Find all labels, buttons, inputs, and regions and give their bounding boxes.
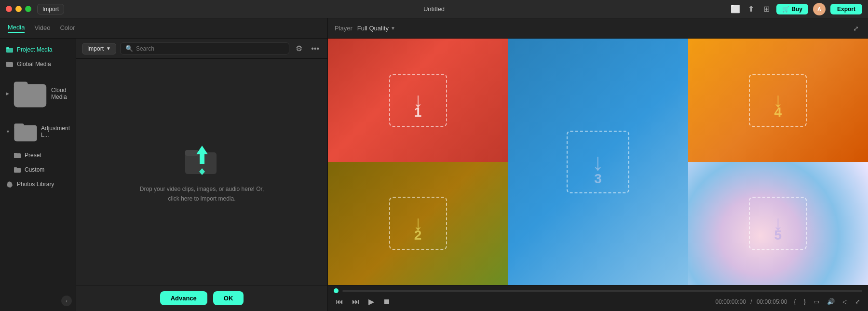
gear-icon: [6, 180, 14, 188]
svg-rect-9: [14, 153, 17, 154]
tab-video[interactable]: Video: [34, 24, 50, 32]
tab-media[interactable]: Media: [8, 24, 25, 33]
drop-target-5[interactable]: ↓ 5: [749, 197, 807, 250]
sidebar-item-preset[interactable]: Preset: [0, 148, 76, 162]
filter-button[interactable]: ⚙: [293, 43, 305, 54]
grid-cell-3: ↓ 4: [688, 39, 868, 162]
time-separator: /: [750, 298, 752, 305]
maximize-traffic-light[interactable]: [25, 6, 31, 12]
svg-rect-1: [6, 47, 9, 49]
sidebar-item-cloud-media[interactable]: ▶ Cloud Media: [0, 71, 76, 115]
search-input[interactable]: [136, 45, 284, 52]
svg-rect-5: [14, 81, 28, 88]
sidebar-item-project-media[interactable]: Project Media: [0, 42, 76, 57]
total-time: 00:00:05:00: [757, 298, 787, 305]
drop-target-2[interactable]: ↓ 2: [389, 197, 447, 250]
sidebar-item-label: Custom: [25, 166, 44, 173]
sidebar-item-label: Global Media: [17, 61, 51, 68]
collapse-sidebar-button[interactable]: ‹: [61, 296, 72, 306]
window-title: Untitled: [423, 5, 445, 13]
sidebar-item-label: Preset: [25, 152, 41, 159]
traffic-lights: [6, 6, 31, 12]
mark-out-button[interactable]: }: [802, 297, 808, 306]
avatar[interactable]: A: [813, 3, 826, 15]
svg-rect-7: [14, 123, 24, 128]
drop-text: Drop your video clips, images, or audio …: [140, 185, 264, 203]
svg-rect-14: [185, 150, 199, 156]
folder-icon: [14, 166, 21, 174]
chevron-right-icon: ▶: [6, 91, 9, 96]
sidebar-item-global-media[interactable]: Global Media: [0, 57, 76, 71]
drop-target-4[interactable]: ↓ 4: [749, 74, 807, 127]
grid-cell-4: ↓ 2: [328, 162, 508, 285]
play-button[interactable]: ▶: [366, 296, 376, 307]
caption-button[interactable]: ▭: [812, 297, 821, 306]
progress-track[interactable]: [342, 290, 862, 292]
left-body: Project Media Global Media ▶: [0, 39, 327, 311]
expand-icon[interactable]: ⤢: [851, 23, 861, 34]
sidebar: Project Media Global Media ▶: [0, 39, 76, 311]
advance-button[interactable]: Advance: [160, 291, 207, 305]
grid-cell-2: ↓ 3: [508, 39, 688, 285]
player-label: Player: [335, 25, 353, 32]
step-forward-button[interactable]: ⏭: [350, 297, 362, 307]
audio-button[interactable]: 🔊: [825, 297, 837, 306]
player-right-icons: ⤢: [851, 23, 861, 34]
titlebar: Import Untitled ⬜ ⬆ ⊞ 🛒 Buy A Export: [0, 0, 868, 18]
tab-bar: Media Video Color: [0, 18, 327, 39]
sidebar-item-custom[interactable]: Custom: [0, 162, 76, 177]
mark-in-button[interactable]: {: [792, 297, 798, 306]
stop-button[interactable]: ⏹: [381, 297, 393, 307]
fullscreen-button[interactable]: ⤢: [853, 297, 862, 306]
import-dropdown-button[interactable]: Import ▼: [82, 43, 116, 54]
buy-icon: 🛒: [782, 6, 789, 13]
grid-cell-5: ↓ 5: [688, 162, 868, 285]
titlebar-right: ⬜ ⬆ ⊞ 🛒 Buy A Export: [730, 3, 862, 15]
monitor-icon[interactable]: ⬜: [730, 4, 741, 14]
chevron-down-icon: ▼: [391, 26, 395, 31]
sidebar-item-photos-library[interactable]: Photos Library: [0, 177, 76, 191]
more-options-button[interactable]: •••: [309, 43, 322, 54]
sidebar-item-adjustment-library[interactable]: ▼ Adjustment L...: [0, 115, 76, 148]
grid-icon[interactable]: ⊞: [761, 4, 772, 14]
minimize-traffic-light[interactable]: [15, 6, 22, 12]
cell-number-1: 1: [414, 105, 422, 120]
chevron-down-icon: ▼: [6, 129, 10, 134]
export-button[interactable]: Export: [830, 4, 862, 14]
close-traffic-light[interactable]: [6, 6, 12, 12]
titlebar-import-button[interactable]: Import: [37, 4, 64, 14]
folder-icon: [13, 119, 39, 145]
left-panel: Media Video Color Project Media: [0, 18, 328, 311]
tab-color[interactable]: Color: [60, 24, 75, 32]
upload-icon[interactable]: ⬆: [746, 4, 756, 14]
split-grid: ↓ 1 ↓ 3: [328, 39, 868, 285]
drop-zone[interactable]: Drop your video clips, images, or audio …: [76, 59, 327, 285]
ok-button[interactable]: OK: [213, 291, 244, 305]
current-time: 00:00:00:00: [715, 298, 746, 305]
arrow-down-icon: ↓: [592, 150, 604, 174]
drop-target-3[interactable]: ↓ 3: [567, 131, 629, 193]
ctrl-right: { } ▭ 🔊 ◁ ⤢: [792, 297, 862, 306]
grid-cell-1: ↓ 1: [328, 39, 508, 162]
control-row: ⏮ ⏭ ▶ ⏹ 00:00:00:00 / 00:00:05:00 { } ▭ …: [328, 294, 868, 311]
cell-number-4: 4: [774, 105, 782, 120]
playhead-dot[interactable]: [334, 288, 339, 293]
sidebar-item-label: Adjustment L...: [41, 125, 70, 138]
search-box: 🔍: [120, 42, 289, 54]
sidebar-item-label: Cloud Media: [51, 87, 70, 100]
media-toolbar: Import ▼ 🔍 ⚙ •••: [76, 39, 327, 59]
media-area: Import ▼ 🔍 ⚙ •••: [76, 39, 327, 311]
progress-bar-wrap: [328, 285, 868, 294]
buy-button[interactable]: 🛒 Buy: [776, 4, 808, 14]
drop-icon: [183, 140, 221, 179]
folder-icon: [14, 151, 21, 159]
time-display: 00:00:00:00 / 00:00:05:00: [715, 298, 787, 305]
drop-target-1[interactable]: ↓ 1: [389, 74, 447, 127]
folder-icon: [6, 60, 14, 68]
rewind-button[interactable]: ⏮: [334, 297, 345, 307]
search-icon: 🔍: [125, 45, 133, 52]
quality-select[interactable]: Full Quality ▼: [357, 25, 395, 32]
chevron-down-icon: ▼: [106, 46, 111, 51]
volume-button[interactable]: ◁: [841, 297, 849, 306]
player-controls: ⏮ ⏭ ▶ ⏹ 00:00:00:00 / 00:00:05:00 { } ▭ …: [328, 285, 868, 311]
